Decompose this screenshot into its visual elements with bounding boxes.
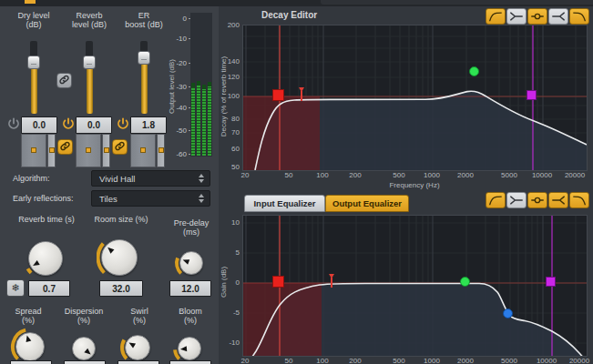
eq-magenta-node-handle[interactable] [546, 277, 556, 287]
decay-bell-button[interactable] [527, 8, 547, 25]
early-reflections-dropdown[interactable]: Tiles [91, 190, 210, 207]
decay-highpass-button[interactable] [486, 8, 506, 25]
eq-lowpass-button[interactable] [569, 192, 589, 208]
dry-pan-strip-dot[interactable] [49, 147, 55, 153]
eq-bell-button[interactable] [527, 192, 547, 208]
reverb-pan-dot[interactable] [86, 147, 91, 153]
er-slider-thumb[interactable] [138, 51, 150, 65]
eq-red-node-handle[interactable] [272, 276, 284, 288]
dry-level-value[interactable]: 0.0 [21, 116, 57, 134]
reverb-power-icon[interactable] [62, 117, 75, 130]
decay-xtick: 1000 [424, 171, 440, 179]
bloom-knob[interactable] [178, 337, 201, 360]
meter-tick: -20 [172, 59, 187, 67]
decay-lowshelf-button[interactable] [506, 8, 527, 25]
spread-knob[interactable] [15, 332, 45, 361]
bloom-label: Bloom (%) [169, 307, 211, 325]
dry-pan-dot[interactable] [31, 147, 36, 153]
decay-xtick: 50 [285, 171, 293, 179]
eq-xtick: 500 [393, 357, 404, 364]
er-pan-strip-dot[interactable] [158, 147, 164, 153]
pre-delay-value[interactable]: 12.0 [169, 280, 211, 297]
decay-xtick: 10000 [532, 171, 552, 179]
decay-filter-buttons [486, 8, 589, 25]
bloom-label-line1: Bloom [179, 307, 202, 316]
pre-delay-knob[interactable] [179, 251, 203, 275]
dry-slider-thumb[interactable] [27, 56, 40, 69]
meter-tick: -50 [172, 126, 187, 135]
eq-xtick: 50 [285, 357, 293, 364]
decay-ytick: 80 [223, 115, 240, 123]
spread-label-line2: (%) [22, 316, 35, 325]
dispersion-label: Dispersion (%) [58, 307, 109, 325]
decay-highshelf-button[interactable] [548, 8, 568, 25]
equalizer-plot[interactable] [242, 215, 588, 357]
er-boost-label-line2: boost (dB) [125, 20, 163, 29]
pan-link-button-2[interactable] [112, 139, 128, 155]
reverb-time-knob[interactable] [28, 241, 63, 276]
dispersion-label-line2: (%) [77, 316, 90, 325]
knob-pointer [180, 346, 187, 352]
decay-magenta-node-handle[interactable] [527, 90, 537, 100]
eq-highshelf-button[interactable] [548, 192, 568, 208]
link-icon [114, 139, 126, 156]
room-size-knob[interactable] [101, 239, 138, 276]
eq-xtick: 20 [241, 357, 250, 364]
decay-x-axis-label: Frequency (Hz) [389, 181, 439, 189]
algorithm-value: Vivid Hall [99, 174, 135, 184]
output-equalizer-tab[interactable]: Output Equalizer [325, 195, 409, 212]
reverb-time-value[interactable]: 0.7 [28, 280, 70, 297]
eq-xtick: 200 [349, 357, 361, 364]
reverb-level-label: Reverb level (dB) [60, 11, 118, 29]
eq-red-band-marker-stem [331, 278, 332, 288]
eq-highpass-button[interactable] [486, 192, 506, 208]
input-equalizer-tab[interactable]: Input Equalizer [244, 195, 325, 212]
decay-ytick: 200 [223, 21, 240, 29]
reverb-pan-strip-dot[interactable] [104, 147, 109, 153]
meter-tick: -40 [172, 104, 187, 112]
swirl-label: Swirl (%) [118, 307, 160, 325]
pan-link-button-1[interactable] [57, 139, 73, 155]
dry-power-icon[interactable] [7, 117, 20, 130]
decay-red-node-handle[interactable] [272, 89, 284, 101]
decay-ytick: 60 [223, 145, 240, 153]
spinner-arrows-icon[interactable] [199, 194, 204, 203]
swirl-value-box[interactable] [118, 360, 159, 364]
decay-green-node-handle[interactable] [469, 66, 479, 76]
spread-value-box[interactable] [10, 360, 52, 364]
eq-lowshelf-button[interactable] [506, 192, 527, 208]
er-pan-dot[interactable] [140, 147, 146, 153]
pre-delay-label-line1: Pre-delay [174, 218, 210, 228]
reverb-plugin-window: Dry level (dB) Reverb level (dB) ER boos… [0, 0, 593, 364]
dispersion-value-box[interactable] [64, 360, 106, 364]
eq-blue-node-handle[interactable] [503, 308, 513, 318]
bloom-value-box[interactable] [169, 360, 211, 364]
eq-ytick: 5 [223, 248, 240, 257]
dispersion-knob[interactable] [72, 337, 96, 360]
room-size-value[interactable]: 32.0 [99, 280, 143, 297]
er-slider-track[interactable] [141, 59, 148, 114]
knob-pointer [84, 349, 92, 357]
snowflake-icon: ❄ [11, 282, 19, 294]
reverb-level-label-line2: level (dB) [72, 20, 107, 29]
reverb-level-value[interactable]: 0.0 [76, 116, 112, 134]
decay-editor-title: Decay Editor [261, 10, 317, 20]
freeze-button[interactable]: ❄ [6, 279, 25, 297]
swirl-knob[interactable] [125, 335, 150, 360]
algorithm-dropdown[interactable]: Vivid Hall [91, 170, 210, 187]
er-power-icon[interactable] [117, 117, 129, 130]
er-boost-value[interactable]: 1.8 [130, 116, 167, 134]
spinner-arrows-icon[interactable] [199, 174, 204, 183]
decay-xtick: 200 [349, 171, 361, 179]
dry-slider-track[interactable] [31, 64, 37, 114]
er-boost-label-line1: ER [138, 11, 150, 20]
meter-bar [202, 89, 206, 156]
eq-green-node-handle[interactable] [460, 277, 470, 287]
reverb-slider-track[interactable] [87, 64, 93, 114]
reverb-slider-thumb[interactable] [83, 56, 96, 69]
eq-xtick: 20000 [569, 357, 589, 364]
meter-bar [191, 87, 195, 156]
eq-curve-canvas [243, 216, 587, 356]
dry-reverb-link-button[interactable] [56, 73, 72, 88]
decay-lowpass-button[interactable] [569, 8, 589, 25]
